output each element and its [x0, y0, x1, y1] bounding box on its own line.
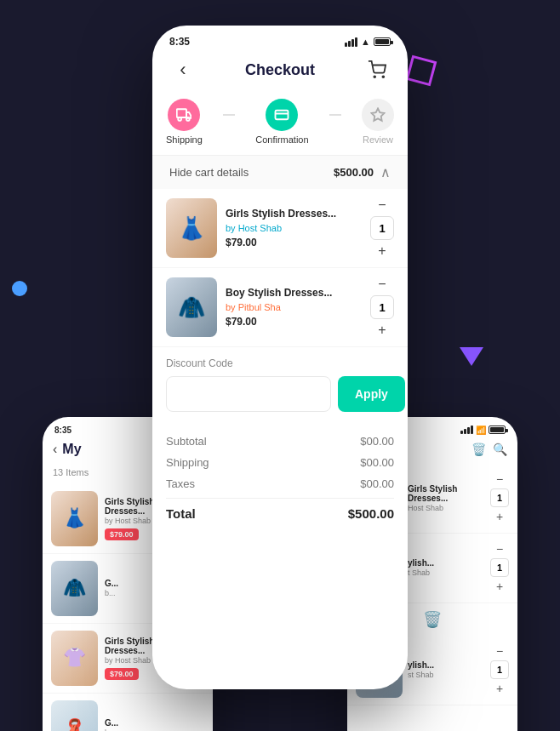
confirmation-icon: [274, 107, 289, 123]
cart-item-1-plus[interactable]: +: [374, 243, 390, 259]
step-confirmation: Confirmation: [255, 99, 308, 145]
back-left-item-img: 🧥: [51, 561, 98, 616]
cart-item-1-qty: − 1 +: [370, 197, 394, 259]
cart-item-2: 🧥 Boy Stylish Dresses... by Pitbul Sha $…: [152, 268, 408, 347]
back-right-qty-col2: − 1 +: [490, 542, 509, 593]
cart-item-2-qty-box: 1: [370, 295, 394, 319]
back-left-item-price: $79.00: [105, 668, 139, 680]
cart-details-toggle[interactable]: ∧: [380, 164, 391, 180]
signal-bars-icon: [345, 37, 357, 47]
step-confirmation-label: Confirmation: [255, 134, 308, 145]
back-right-qty-display2: 1: [490, 558, 509, 577]
back-left-item-img: 👗: [51, 491, 98, 546]
shipping-label: Shipping: [166, 456, 209, 469]
back-left-item-img: 👚: [51, 631, 98, 686]
cart-item-2-plus[interactable]: +: [374, 323, 390, 338]
status-bar: 8:35 ▲: [152, 26, 408, 53]
back-right-plus-btn2[interactable]: +: [496, 580, 503, 593]
back-right-item-info: Girls Stylish Dresses... Host Shab: [408, 484, 485, 512]
total-divider: [166, 498, 394, 499]
taxes-label: Taxes: [166, 477, 195, 490]
checkout-header: ‹ Checkout: [152, 53, 408, 92]
step-line-2: [329, 114, 341, 116]
cart-item-1-image: 👗: [166, 198, 217, 258]
back-right-minus-btn3[interactable]: −: [496, 644, 503, 658]
cart-details-label: Hide cart details: [169, 166, 249, 179]
totals-section: Subtotal $00.00 Shipping $00.00 Taxes $0…: [152, 422, 408, 534]
step-shipping-circle: [168, 99, 200, 131]
shipping-value: $00.00: [360, 456, 394, 469]
cart-item-2-info: Boy Stylish Dresses... by Pitbul Sha $79…: [226, 287, 362, 328]
back-left-time: 8:35: [54, 425, 71, 435]
total-label: Total: [166, 506, 196, 521]
discount-label: Discount Code: [166, 357, 394, 369]
cart-details-amount: $500.00: [334, 166, 374, 179]
back-right-item-seller: Host Shab: [408, 504, 485, 512]
cart-icon: [368, 60, 386, 79]
back-right-qty-display3: 1: [490, 660, 509, 679]
deco-dot-blue: [12, 281, 27, 296]
cart-details-bar: Hide cart details $500.00 ∧: [152, 155, 408, 189]
cart-item-1-info: Girls Stylish Dresses... by Host Shab $7…: [226, 208, 362, 248]
back-right-item-name: ylish...: [408, 660, 485, 670]
back-right-qty-col3: − 1 +: [490, 644, 509, 695]
trash-icon[interactable]: 🗑️: [471, 443, 486, 456]
taxes-row: Taxes $00.00: [166, 473, 394, 494]
back-left-item-info: G... b...: [105, 718, 204, 731]
back-right-plus-btn3[interactable]: +: [496, 682, 503, 695]
back-left-item-name: G...: [105, 718, 204, 728]
back-arrow-icon: ‹: [180, 59, 186, 81]
back-left-item-price: $79.00: [105, 528, 139, 540]
cart-item-2-name: Boy Stylish Dresses...: [226, 287, 362, 300]
search-icon[interactable]: 🔍: [493, 443, 507, 456]
deco-diamond: [406, 55, 437, 87]
cart-item-2-image: 🧥: [166, 277, 217, 337]
back-right-minus-btn[interactable]: −: [496, 472, 503, 486]
step-shipping: Shipping: [166, 99, 203, 145]
svg-point-0: [374, 76, 375, 77]
svg-rect-2: [177, 109, 186, 117]
back-right-icons: 🗑️ 🔍: [471, 443, 507, 456]
svg-point-1: [382, 76, 384, 77]
checkout-steps: Shipping Confirmation Review: [152, 92, 408, 155]
back-right-qty-display: 1: [490, 488, 509, 507]
step-review-circle: [362, 99, 394, 131]
back-left-item: 🧣 G... b...: [43, 694, 213, 732]
cart-button[interactable]: [363, 56, 391, 83]
back-right-minus-btn2[interactable]: −: [496, 542, 503, 556]
step-review-label: Review: [363, 134, 393, 145]
cart-item-1-minus[interactable]: −: [374, 197, 390, 213]
back-button[interactable]: ‹: [169, 56, 197, 83]
total-value: $500.00: [348, 506, 394, 521]
step-line-1: [223, 114, 235, 116]
subtotal-value: $00.00: [360, 435, 394, 448]
back-right-qty-control: − 1 +: [490, 472, 509, 523]
status-icons: ▲: [345, 37, 391, 47]
cart-details-right: $500.00 ∧: [334, 164, 391, 180]
back-left-back-btn[interactable]: ‹: [53, 442, 57, 457]
subtotal-label: Subtotal: [166, 435, 207, 448]
svg-point-3: [179, 117, 182, 121]
cart-item-2-minus[interactable]: −: [374, 277, 390, 292]
back-right-item-seller: t Shab: [408, 568, 485, 577]
step-review: Review: [362, 99, 394, 145]
apply-button[interactable]: Apply: [338, 376, 405, 412]
back-right-item-info: ylish... st Shab: [408, 660, 485, 679]
shipping-row: Shipping $00.00: [166, 452, 394, 473]
svg-rect-5: [276, 111, 289, 120]
review-icon: [370, 107, 386, 123]
cart-item-2-price: $79.00: [226, 316, 362, 328]
back-right-status-icons: 📶: [460, 425, 506, 435]
status-time: 8:35: [169, 36, 190, 48]
shipping-icon: [176, 107, 191, 123]
discount-row: Apply: [166, 376, 394, 412]
subtotal-row: Subtotal $00.00: [166, 431, 394, 452]
back-right-trash-icon[interactable]: 🗑️: [423, 610, 442, 629]
cart-item-1-qty-box: 1: [370, 216, 394, 240]
back-right-item-info: ylish... t Shab: [408, 558, 485, 577]
back-right-item-seller: st Shab: [408, 671, 485, 679]
discount-input[interactable]: [166, 376, 331, 412]
back-right-plus-btn[interactable]: +: [496, 510, 503, 523]
svg-marker-6: [372, 109, 385, 121]
cart-item-1-price: $79.00: [226, 237, 362, 248]
